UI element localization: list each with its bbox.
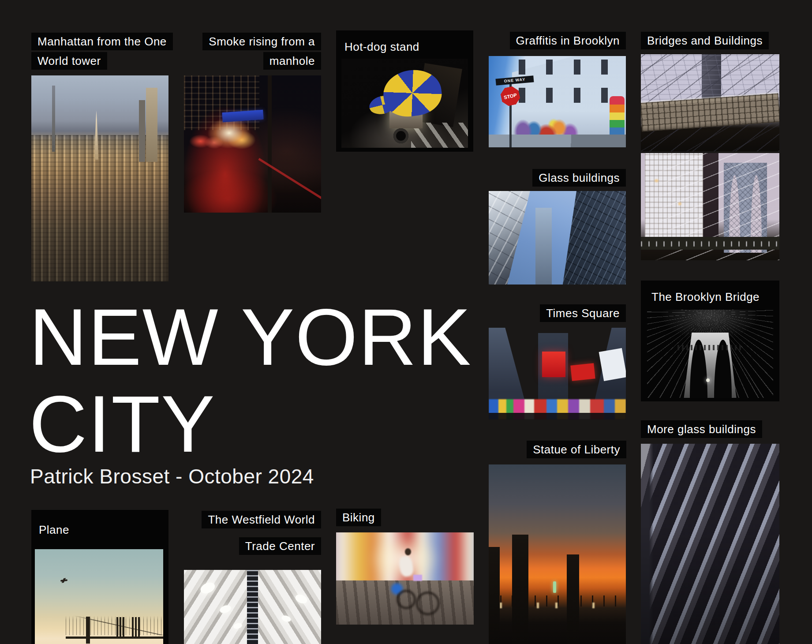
photo-glass-buildings — [489, 191, 626, 285]
title-line2: CITY — [29, 379, 216, 469]
figure-hotdog: Hot-dog stand — [336, 30, 473, 152]
caption-plane: Plane — [39, 523, 69, 537]
chimney-silhouette — [86, 617, 90, 643]
bike-wheel-rear — [416, 592, 440, 615]
pier-pillar-2 — [512, 535, 528, 644]
crowd-silhouette — [489, 413, 626, 419]
pier-pillar-1 — [489, 547, 500, 644]
photo-gallery-page: Manhattan from the One World tower Smoke… — [0, 0, 812, 644]
photo-graffiti-brooklyn: ONE WAY STOP — [489, 56, 626, 147]
photo-times-square — [489, 328, 626, 419]
caption-statue: Statue of Liberty — [527, 441, 626, 458]
photo-manhattan-bridge — [641, 153, 779, 260]
photo-hotdog-stand — [341, 59, 468, 148]
photo-smoke-manhole — [184, 75, 321, 213]
caption-brooklyn-bridge: The Brooklyn Bridge — [651, 290, 760, 304]
tower-right — [146, 88, 157, 162]
statue-of-liberty-silhouette — [553, 581, 556, 593]
cyclist-head — [405, 548, 411, 555]
cart-wheel — [393, 128, 408, 143]
photo-bridge-deck — [641, 54, 779, 151]
bridge-tower-1 — [116, 617, 124, 637]
oculus-ribs-left — [184, 570, 247, 644]
lit-windows — [184, 75, 259, 130]
street-pole — [268, 75, 272, 213]
caption-bridges: Bridges and Buildings — [641, 32, 769, 49]
red-billboard-2 — [570, 363, 595, 382]
bridge-silhouette — [66, 610, 163, 641]
bridge-tower-2 — [132, 617, 140, 637]
figure-brooklyn-bridge: The Brooklyn Bridge — [641, 281, 779, 401]
building-windows — [519, 60, 620, 114]
red-billboard-1 — [542, 352, 565, 377]
caption-westfield-line1: The Westfield World — [202, 511, 321, 528]
photo-brooklyn-bridge — [647, 310, 773, 398]
caption-smoke-line2: manhole — [263, 52, 321, 70]
caption-times-square: Times Square — [540, 304, 626, 322]
bridge-deck-silhouette — [66, 637, 163, 639]
caption-westfield-line2: Trade Center — [239, 537, 321, 555]
caption-biking: Biking — [336, 509, 381, 526]
photo-statue-of-liberty — [489, 464, 626, 644]
bridge-cables-silhouette — [66, 614, 163, 636]
caption-smoke-line1: Smoke rising from a — [202, 33, 321, 50]
tower-band — [677, 345, 743, 350]
tower-right-2 — [139, 100, 145, 162]
figure-plane: Plane — [31, 510, 168, 644]
photo-westfield-oculus — [184, 570, 321, 644]
title-line1: NEW YORK — [29, 292, 472, 382]
photo-biking — [336, 532, 474, 625]
thin-tower — [52, 86, 55, 151]
caption-graffiti: Graffitis in Brooklyn — [510, 32, 626, 49]
center-tower — [535, 208, 552, 285]
facade-shadow — [641, 444, 779, 644]
airplane-silhouette — [60, 579, 67, 582]
oculus-ribs-right — [258, 570, 321, 644]
photo-more-glass-buildings — [641, 444, 779, 644]
glass-tower-right — [558, 191, 626, 285]
bike-wheel-front — [397, 590, 416, 609]
white-billboard — [599, 348, 626, 381]
page-subtitle: Patrick Brosset - October 2024 — [30, 464, 314, 488]
pier-pillar-3 — [567, 554, 579, 644]
caption-manhattan-line1: Manhattan from the One — [31, 33, 173, 50]
caption-manhattan-line2: World tower — [31, 52, 107, 70]
truss-bridge-deck — [641, 237, 779, 250]
cyclist-bag — [413, 575, 422, 581]
caption-glass: Glass buildings — [532, 169, 626, 187]
caption-more-glass: More glass buildings — [641, 420, 762, 438]
photo-manhattan-skyline — [31, 75, 168, 281]
photo-plane-sunset — [35, 549, 163, 644]
caption-hotdog: Hot-dog stand — [344, 40, 419, 54]
oculus-skylight — [247, 570, 258, 644]
page-title: NEW YORKCITY — [29, 294, 472, 468]
